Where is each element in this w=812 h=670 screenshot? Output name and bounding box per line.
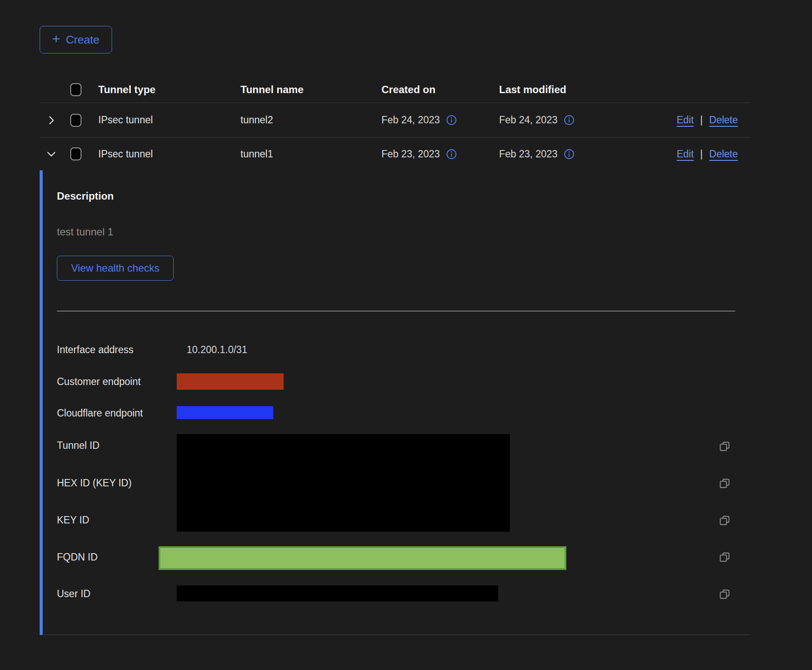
plus-icon: +: [52, 32, 60, 46]
select-all-checkbox[interactable]: [70, 83, 81, 96]
tunnel-type-cell: IPsec tunnel: [98, 148, 240, 160]
ids-redacted-block: [177, 434, 510, 532]
actions-separator: |: [700, 148, 703, 160]
delete-link[interactable]: Delete: [709, 148, 738, 160]
tunnels-page: + Create Tunnel type Tunnel name Created…: [0, 0, 812, 670]
hex-id-label: HEX ID (KEY ID): [57, 477, 131, 489]
fqdn-id-redacted-value: [159, 546, 566, 570]
table-row: IPsec tunnel tunnel2 Feb 24, 2023 Feb 24…: [40, 103, 751, 138]
description-label: Description: [57, 190, 114, 202]
created-on-cell: Feb 24, 2023: [381, 114, 440, 126]
header-last-modified: Last modified: [499, 84, 628, 96]
tunnel-detail-panel: Description test tunnel 1 View health ch…: [40, 170, 751, 635]
info-icon[interactable]: [446, 149, 457, 160]
copy-icon[interactable]: [719, 515, 731, 526]
copy-icon[interactable]: [719, 589, 731, 600]
user-id-redacted-value: [177, 585, 498, 601]
expand-chevron-right-icon[interactable]: [45, 114, 57, 126]
header-tunnel-type: Tunnel type: [98, 84, 240, 96]
interface-address-label: Interface address: [57, 344, 134, 356]
row-checkbox[interactable]: [70, 114, 81, 127]
cloudflare-endpoint-label: Cloudflare endpoint: [57, 407, 143, 419]
interface-address-value: 10.200.1.0/31: [187, 344, 247, 356]
copy-icon[interactable]: [719, 551, 731, 563]
table-row: IPsec tunnel tunnel1 Feb 23, 2023 Feb 23…: [40, 138, 751, 170]
tunnel-name-cell: tunnel2: [240, 114, 381, 126]
tunnel-name-cell: tunnel1: [240, 148, 381, 160]
header-created-on: Created on: [381, 84, 499, 96]
description-value: test tunnel 1: [57, 226, 113, 238]
copy-icon[interactable]: [719, 441, 731, 452]
info-icon[interactable]: [446, 115, 457, 125]
user-id-label: User ID: [57, 588, 91, 600]
section-divider: [57, 311, 735, 311]
table-header-row: Tunnel type Tunnel name Created on Last …: [40, 76, 751, 103]
created-on-cell: Feb 23, 2023: [381, 148, 440, 160]
tunnels-table: Tunnel type Tunnel name Created on Last …: [40, 76, 751, 635]
copy-icon[interactable]: [719, 478, 731, 489]
view-health-checks-button[interactable]: View health checks: [57, 256, 174, 281]
create-button[interactable]: + Create: [40, 26, 112, 53]
header-tunnel-name: Tunnel name: [240, 84, 381, 96]
info-icon[interactable]: [564, 149, 575, 160]
last-modified-cell: Feb 23, 2023: [499, 148, 558, 160]
customer-endpoint-label: Customer endpoint: [57, 376, 141, 388]
key-id-label: KEY ID: [57, 514, 89, 526]
info-icon[interactable]: [564, 115, 575, 125]
create-button-label: Create: [66, 33, 100, 47]
edit-link[interactable]: Edit: [677, 114, 694, 126]
customer-endpoint-redacted-value: [177, 373, 284, 390]
fqdn-id-label: FQDN ID: [57, 551, 98, 563]
edit-link[interactable]: Edit: [677, 148, 694, 160]
collapse-chevron-down-icon[interactable]: [45, 148, 57, 160]
actions-separator: |: [700, 114, 703, 126]
cloudflare-endpoint-redacted-value: [177, 406, 273, 419]
last-modified-cell: Feb 24, 2023: [499, 114, 558, 126]
row-checkbox[interactable]: [70, 147, 81, 160]
tunnel-id-label: Tunnel ID: [57, 439, 100, 451]
delete-link[interactable]: Delete: [709, 114, 738, 126]
tunnel-type-cell: IPsec tunnel: [98, 114, 240, 126]
